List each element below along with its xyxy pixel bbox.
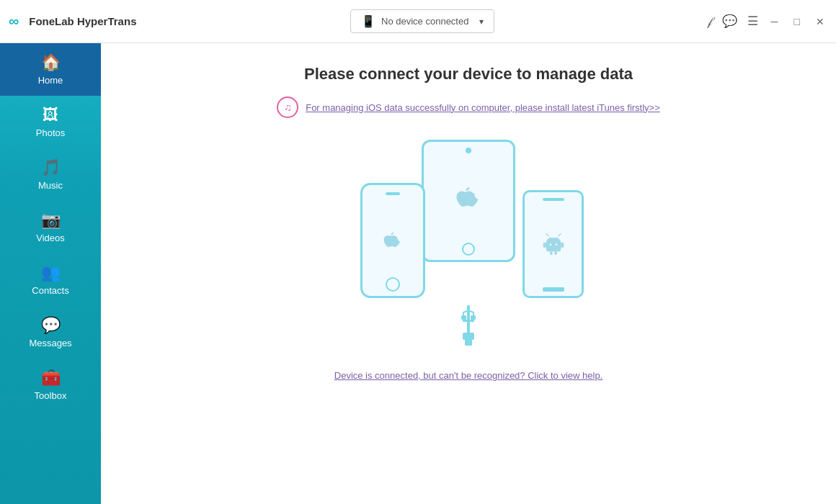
sidebar-label-messages: Messages	[29, 338, 71, 348]
devices-illustration	[346, 140, 591, 298]
messages-icon: 💬	[41, 316, 61, 335]
device-selector-label: No device connected	[381, 16, 468, 27]
content-area: Please connect your device to manage dat…	[101, 43, 836, 504]
chevron-down-icon: ▾	[479, 17, 484, 27]
sidebar-label-photos: Photos	[36, 127, 65, 138]
phone-icon: 📱	[361, 14, 375, 28]
sidebar-item-home[interactable]: 🏠 Home	[0, 43, 101, 96]
app-logo-icon: ∞	[9, 13, 19, 30]
help-link[interactable]: Device is connected, but can't be recogn…	[334, 370, 602, 381]
main-heading: Please connect your device to manage dat…	[304, 65, 633, 84]
photos-icon: 🖼	[43, 106, 58, 125]
svg-rect-10	[461, 315, 466, 320]
itunes-link[interactable]: For managing iOS data successfully on co…	[306, 102, 660, 113]
close-button[interactable]: ✕	[813, 14, 827, 29]
apple-logo-icon	[454, 184, 483, 219]
sidebar-item-videos[interactable]: 📷 Videos	[0, 201, 101, 253]
svg-rect-3	[554, 251, 556, 255]
tablet-device	[422, 140, 515, 262]
svg-rect-2	[550, 251, 552, 255]
device-selector[interactable]: 📱 No device connected ▾	[350, 9, 494, 33]
toolbox-icon: 🧰	[41, 369, 61, 387]
titlebar: ∞ FoneLab HyperTrans 📱 No device connect…	[0, 0, 836, 43]
maximize-button[interactable]: □	[791, 14, 803, 29]
sidebar-label-home: Home	[38, 75, 63, 86]
facebook-icon[interactable]: 𝒻	[708, 14, 712, 29]
chat-icon[interactable]: 💬	[722, 14, 737, 29]
svg-point-4	[549, 243, 551, 246]
itunes-bar: ♫ For managing iOS data successfully on …	[277, 96, 660, 118]
sidebar-item-messages[interactable]: 💬 Messages	[0, 306, 101, 359]
svg-rect-8	[465, 340, 472, 346]
sidebar-label-music: Music	[38, 180, 63, 191]
sidebar-label-contacts: Contacts	[32, 285, 68, 296]
titlebar-left: ∞ FoneLab HyperTrans	[9, 13, 136, 30]
svg-rect-7	[463, 333, 474, 340]
svg-rect-9	[463, 320, 474, 322]
main-layout: 🏠 Home 🖼 Photos 🎵 Music 📷 Videos 👥 Conta…	[0, 43, 836, 504]
device-selector-inner: 📱 No device connected	[361, 14, 468, 28]
svg-point-5	[555, 243, 557, 246]
minimize-button[interactable]: ─	[768, 14, 781, 29]
titlebar-center: 📱 No device connected ▾	[350, 9, 494, 33]
usb-cable	[458, 305, 479, 348]
app-title: FoneLab HyperTrans	[29, 15, 136, 27]
sidebar: 🏠 Home 🖼 Photos 🎵 Music 📷 Videos 👥 Conta…	[0, 43, 101, 504]
sidebar-item-music[interactable]: 🎵 Music	[0, 148, 101, 201]
svg-rect-11	[471, 315, 476, 320]
sidebar-item-toolbox[interactable]: 🧰 Toolbox	[0, 359, 101, 411]
contacts-icon: 👥	[41, 264, 61, 282]
sidebar-label-toolbox: Toolbox	[35, 390, 67, 401]
iphone-device	[360, 183, 425, 298]
titlebar-right: 𝒻 💬 ☰ ─ □ ✕	[708, 14, 827, 29]
menu-icon[interactable]: ☰	[747, 14, 758, 29]
sidebar-label-videos: Videos	[36, 233, 65, 243]
videos-icon: 📷	[41, 211, 61, 230]
sidebar-item-contacts[interactable]: 👥 Contacts	[0, 253, 101, 306]
home-icon: 🏠	[41, 53, 61, 72]
itunes-icon: ♫	[277, 96, 298, 118]
music-icon: 🎵	[41, 158, 61, 177]
sidebar-item-photos[interactable]: 🖼 Photos	[0, 96, 101, 148]
android-device	[522, 190, 584, 298]
